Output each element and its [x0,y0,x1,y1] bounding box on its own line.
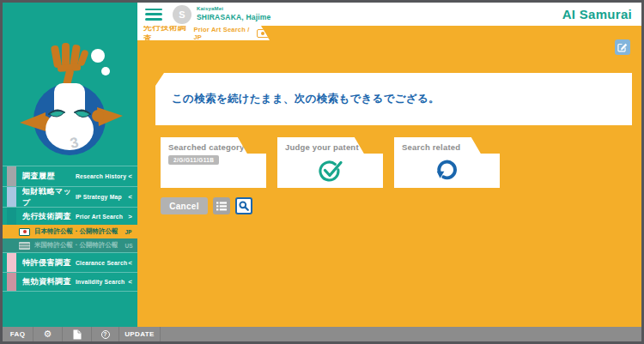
avatar[interactable]: S [173,5,191,24]
sidebar-item-ip-strategy-map[interactable]: 知財戦略マップ IP Strategy Map < [3,186,137,207]
sidebar-item-label-en: Invalidity Search [76,279,125,285]
results-list-button[interactable] [213,197,230,214]
chevron-left-icon: < [128,259,132,267]
searched-category-card[interactable]: Searched category 2/G/G11/G11B [161,137,266,188]
sidebar-item-label-jp: 知財戦略マップ [22,186,76,208]
check-circle-icon [318,159,343,182]
card-title: Judge your patent [285,142,359,152]
card-title: Search related [402,142,460,152]
ai-samurai-mascot: 3 [13,42,128,167]
chevron-left-icon: < [128,193,132,201]
edit-icon [617,42,628,52]
menu-icon[interactable] [145,9,162,21]
sidebar-item-label-jp: 先行技術調査 [22,211,76,222]
next-action-cards: Searched category 2/G/G11/G11B Judge you… [161,137,500,188]
sidebar-subitem-us-patents[interactable]: 米国特許公報・公開特許公報 US [3,238,137,252]
search-icon [239,201,249,211]
accent-bar [7,166,16,186]
update-button[interactable]: UPDATE [119,327,161,341]
sidebar-item-label-en: Research History [76,173,126,179]
country-tag: JP [125,229,132,235]
card-title: Searched category [168,142,244,152]
chevron-left-icon: < [128,172,132,180]
main-content: 先行技術調査 Prior Art Search / JP この検索を続けたまま、… [137,26,641,327]
gear-icon: ⚙ [44,329,52,339]
sidebar-item-label-jp: 無効資料調査 [22,276,76,287]
sidebar-subitem-label: 米国特許公報・公開特許公報 [34,241,118,250]
sidebar-item-label-en: Prior Art Search [76,214,123,220]
sidebar-subitem-jp-patents[interactable]: 日本特許公報・公開特許公報 JP [3,225,137,238]
brand-logo: AI Samurai [562,7,632,21]
sidebar: 3 調査履歴 Research History < 知財戦略マップ IP Str… [3,3,137,327]
edit-search-button[interactable] [615,39,630,55]
category-badge: 2/G/G11/G11B [168,155,219,165]
refresh-icon [435,159,459,182]
accent-bar [7,253,16,272]
settings-button[interactable]: ⚙ [33,327,63,341]
accent-bar [7,187,16,207]
assistant-message: この検索を続けたまま、次の検索もできるでござる。 [172,92,440,106]
assistant-message-panel: この検索を続けたまま、次の検索もできるでござる。 [155,73,632,125]
app-window: 3 調査履歴 Research History < 知財戦略マップ IP Str… [0,0,644,344]
accent-bar [7,273,16,291]
help-button[interactable]: ? [92,327,119,341]
sidebar-item-clearance-search[interactable]: 特許侵害調査 Clearance Search < [3,252,137,272]
sidebar-menu: 調査履歴 Research History < 知財戦略マップ IP Strat… [3,166,137,292]
accent-bar [7,208,16,225]
judge-your-patent-card[interactable]: Judge your patent [277,137,383,188]
japan-flag-icon[interactable] [257,29,270,38]
top-header: S KaisyaMei SHIRASAKA, Hajime AI Samurai [137,3,641,26]
sidebar-item-label-en: Clearance Search [76,260,127,266]
sidebar-item-label-jp: 調査履歴 [22,171,76,182]
faq-button[interactable]: FAQ [3,327,33,341]
breadcrumb-title-jp: 先行技術調査 [143,22,189,45]
documents-button[interactable] [63,327,92,341]
search-related-card[interactable]: Search related [394,137,500,188]
help-icon: ? [101,330,110,339]
sidebar-item-prior-art-search[interactable]: 先行技術調査 Prior Art Search > [3,207,137,225]
search-button[interactable] [235,197,252,214]
action-buttons: Cancel [161,197,252,214]
sidebar-item-invalidity-search[interactable]: 無効資料調査 Invalidity Search < [3,272,137,292]
user-name: SHIRASAKA, Hajime [197,13,271,22]
sidebar-item-research-history[interactable]: 調査履歴 Research History < [3,166,137,186]
us-flag-icon [19,242,30,250]
list-icon [216,202,227,211]
chevron-left-icon: < [128,278,132,286]
cancel-button[interactable]: Cancel [161,197,208,214]
japan-flag-icon [19,228,30,236]
document-icon [73,329,82,340]
sidebar-item-label-en: IP Strategy Map [76,194,122,200]
sidebar-item-label-jp: 特許侵害調査 [22,257,76,269]
footer-bar: FAQ ⚙ ? UPDATE [3,327,641,341]
breadcrumb-title-en: Prior Art Search / JP [193,26,252,41]
breadcrumb: 先行技術調査 Prior Art Search / JP [137,26,270,40]
sidebar-subitem-label: 日本特許公報・公開特許公報 [34,227,118,236]
country-tag: US [125,243,133,249]
user-info[interactable]: KaisyaMei SHIRASAKA, Hajime [197,6,271,21]
company-name: KaisyaMei [197,6,271,13]
chevron-right-icon: > [128,213,132,220]
